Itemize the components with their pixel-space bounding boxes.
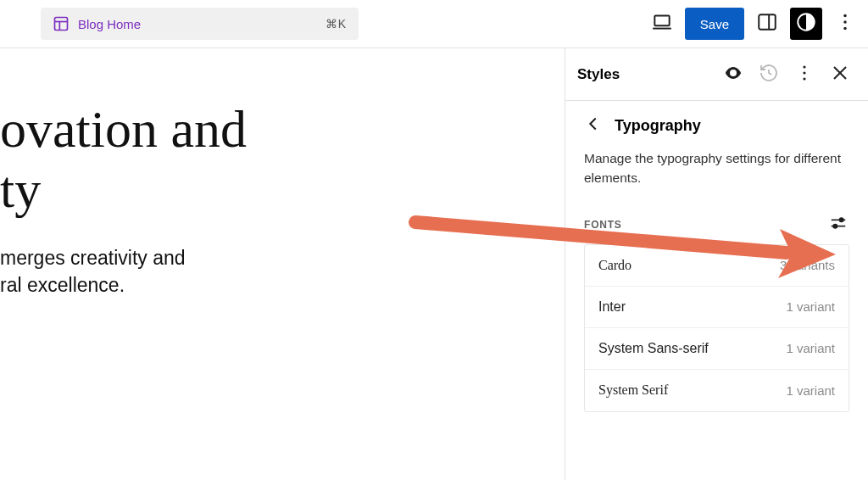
back-button[interactable]	[584, 114, 603, 137]
svg-point-11	[732, 71, 735, 75]
fonts-label: FONTS	[584, 219, 827, 231]
sidebar-title: Styles	[577, 66, 714, 83]
svg-point-12	[803, 65, 805, 68]
top-toolbar: Blog Home ⌘K Save	[0, 0, 868, 48]
svg-point-13	[803, 71, 805, 74]
svg-point-8	[843, 14, 846, 17]
split-panel-icon	[756, 11, 778, 36]
breadcrumb: Typography	[565, 101, 868, 143]
font-list: Cardo 3 variants Inter 1 variant System …	[584, 244, 849, 412]
template-selector[interactable]: Blog Home ⌘K	[41, 8, 359, 40]
save-button-label: Save	[700, 17, 729, 31]
laptop-icon	[651, 11, 673, 36]
panel-toggle-button[interactable]	[751, 8, 783, 40]
editor-canvas[interactable]: ovation and ty merges creativity and ral…	[0, 48, 565, 480]
close-icon	[830, 63, 850, 87]
sliders-icon	[829, 214, 848, 236]
section-description: Manage the typography settings for diffe…	[565, 143, 868, 204]
shortcut-hint: ⌘K	[326, 17, 347, 31]
eye-icon	[723, 63, 743, 87]
device-preview-button[interactable]	[646, 8, 678, 40]
layout-icon	[53, 15, 70, 32]
font-name: System Serif	[598, 382, 786, 398]
svg-point-14	[803, 77, 805, 80]
page-heading[interactable]: ovation and ty	[0, 99, 247, 220]
font-manage-button[interactable]	[827, 214, 849, 236]
svg-point-10	[843, 27, 846, 30]
font-variants: 3 variants	[780, 258, 835, 272]
sidebar-more-button[interactable]	[788, 59, 821, 91]
template-label: Blog Home	[78, 17, 317, 31]
font-row[interactable]: System Sans-serif 1 variant	[585, 328, 849, 370]
sidebar-header: Styles	[565, 48, 868, 101]
font-name: Cardo	[598, 258, 780, 273]
styles-toggle-button[interactable]	[790, 8, 822, 40]
font-name: Inter	[598, 299, 786, 315]
more-menu-button[interactable]	[829, 8, 861, 40]
svg-point-20	[833, 224, 837, 227]
font-name: System Sans-serif	[598, 341, 786, 356]
font-variants: 1 variant	[786, 341, 835, 355]
chevron-left-icon	[584, 121, 603, 136]
svg-point-18	[839, 218, 843, 221]
close-sidebar-button[interactable]	[824, 59, 856, 91]
toolbar-right: Save	[646, 8, 861, 40]
section-title: Typography	[615, 117, 701, 135]
svg-rect-5	[759, 14, 776, 29]
svg-point-9	[843, 20, 846, 23]
page-paragraph[interactable]: merges creativity and ral excellence.	[0, 244, 247, 299]
save-button[interactable]: Save	[685, 8, 744, 40]
styles-sidebar: Styles	[565, 48, 868, 480]
font-row[interactable]: System Serif 1 variant	[585, 370, 849, 411]
font-row[interactable]: Cardo 3 variants	[585, 245, 849, 287]
fonts-section-header: FONTS	[565, 204, 868, 244]
svg-rect-3	[654, 15, 669, 25]
font-variants: 1 variant	[786, 383, 835, 398]
history-icon	[759, 63, 779, 87]
kebab-icon	[794, 63, 815, 87]
kebab-icon	[834, 11, 856, 36]
contrast-icon	[795, 11, 817, 36]
stylebook-button[interactable]	[717, 59, 749, 91]
revisions-button[interactable]	[753, 59, 785, 91]
font-row[interactable]: Inter 1 variant	[585, 287, 849, 328]
font-variants: 1 variant	[786, 299, 835, 314]
svg-rect-0	[55, 18, 68, 31]
